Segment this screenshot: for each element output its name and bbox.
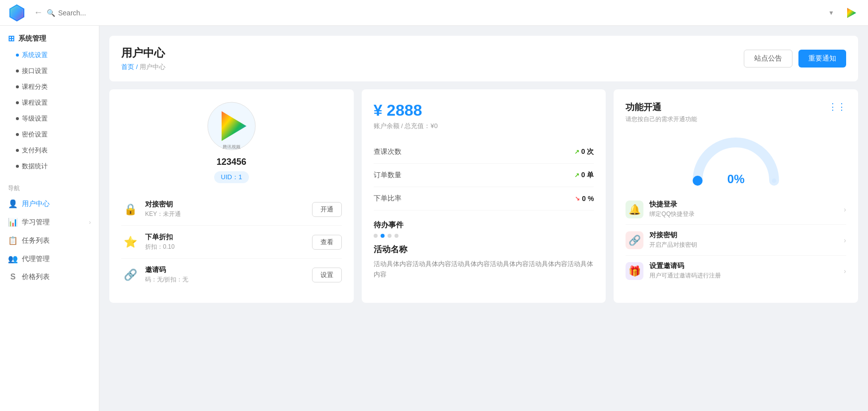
- sidebar-item-data-stats[interactable]: 数据统计: [0, 158, 99, 174]
- more-icon[interactable]: ⋮⋮: [828, 101, 846, 112]
- sidebar-item-level-settings[interactable]: 等级设置: [0, 111, 99, 127]
- quick-key-title: 对接密钥: [649, 231, 838, 240]
- search-input[interactable]: [58, 9, 158, 17]
- feature-title-connect-key: 对接密钥: [145, 200, 306, 209]
- profile-features: 🔒 对接密钥 KEY：未开通 开通 ⭐ 下单折扣 折扣：0.10: [121, 193, 342, 291]
- quick-links: 🔔 快捷登录 绑定QQ快捷登录 › 🔗 对接密钥 开启产品对接密钥: [626, 194, 846, 286]
- feature-desc-connect-key: KEY：未开通: [145, 210, 306, 218]
- quick-key-icon: 🔗: [626, 231, 643, 249]
- sidebar-item-course-category[interactable]: 课程分类: [0, 79, 99, 95]
- main-content: 用户中心 首页 / 用户中心 站点公告 重要通知: [99, 26, 868, 411]
- gauge-container: 0%: [626, 132, 846, 186]
- notice-button[interactable]: 重要通知: [798, 50, 846, 68]
- breadcrumb-sep: /: [136, 63, 140, 70]
- todo-title: 待办事件: [374, 220, 594, 230]
- dot-icon: [16, 165, 19, 168]
- sidebar-item-study-management[interactable]: 📊 学习管理 ›: [0, 213, 99, 231]
- sidebar-group-title-system: ⊞ 系统管理: [0, 30, 99, 47]
- balance-value: 2888: [387, 101, 422, 119]
- todo-dot-1: [374, 234, 378, 238]
- invite-code-button[interactable]: 设置: [312, 268, 342, 282]
- discount-button[interactable]: 查看: [312, 235, 342, 250]
- dot-icon: [16, 117, 19, 120]
- back-button[interactable]: ←: [34, 7, 43, 18]
- balance-amount: ¥ 2888: [374, 101, 594, 120]
- function-title: 功能开通: [626, 101, 846, 113]
- feature-title-invite: 邀请码: [145, 266, 306, 274]
- dropdown-icon[interactable]: ▼: [828, 9, 834, 16]
- sidebar-item-task-list[interactable]: 📋 任务列表: [0, 231, 99, 250]
- stat-value-rate: ↘ 0 %: [575, 195, 594, 203]
- sidebar-item-agent-management[interactable]: 👥 代理管理: [0, 250, 99, 268]
- quick-invite-icon: 🎁: [626, 262, 643, 280]
- price-icon: S: [8, 273, 18, 281]
- app-logo: [8, 4, 26, 22]
- dot-icon: [16, 54, 19, 57]
- sidebar-item-course-settings[interactable]: 课程设置: [0, 95, 99, 111]
- profile-username: 123456: [217, 157, 246, 167]
- connect-key-button[interactable]: 开通: [312, 202, 342, 217]
- feature-desc-discount: 折扣：0.10: [145, 243, 306, 251]
- profile-avatar: 腾讯视频: [207, 101, 256, 151]
- quick-login-icon: 🔔: [626, 201, 643, 218]
- feature-order-discount: ⭐ 下单折扣 折扣：0.10 查看: [121, 226, 342, 259]
- todo-dot-2: [381, 234, 385, 238]
- sidebar-item-user-center[interactable]: 👤 用户中心: [0, 195, 99, 213]
- feature-connect-key: 🔒 对接密钥 KEY：未开通 开通: [121, 193, 342, 226]
- chevron-right-icon-login: ›: [844, 206, 846, 213]
- stat-label-order: 订单数量: [374, 171, 401, 180]
- quick-link-login[interactable]: 🔔 快捷登录 绑定QQ快捷登录 ›: [626, 194, 846, 225]
- arrow-down-icon: ↘: [575, 195, 580, 202]
- quick-login-desc: 绑定QQ快捷登录: [649, 210, 838, 218]
- dot-icon: [16, 101, 19, 104]
- quick-link-invite[interactable]: 🎁 设置邀请码 用户可通过邀请码进行注册 ›: [626, 256, 846, 286]
- sidebar-item-interface-settings[interactable]: 接口设置: [0, 63, 99, 79]
- breadcrumb: 首页 / 用户中心: [121, 63, 165, 71]
- sidebar-item-price-settings[interactable]: 密价设置: [0, 127, 99, 142]
- arrow-up-icon-2: ↗: [574, 172, 579, 179]
- sidebar-group-nav: 导航 👤 用户中心 📊 学习管理 › 📋 任务列表 👥 代理管理 S 价格列表: [0, 180, 99, 286]
- share-icon: 🔗: [121, 266, 139, 284]
- function-subtitle: 请您按自己的需求开通功能: [626, 115, 846, 124]
- task-icon: 📋: [8, 236, 18, 245]
- topbar: ← 🔍 ▼: [0, 0, 868, 26]
- feature-invite-code: 🔗 邀请码 码：无/折扣：无 设置: [121, 259, 342, 291]
- feature-info-invite: 邀请码 码：无/折扣：无: [145, 266, 306, 284]
- feature-info-connect-key: 对接密钥 KEY：未开通: [145, 200, 306, 218]
- gauge-percent: 0%: [727, 172, 745, 186]
- todo-dot-3: [388, 234, 392, 238]
- sidebar-item-payment-list[interactable]: 支付列表: [0, 142, 99, 158]
- stat-label-rate: 下单比率: [374, 194, 401, 203]
- breadcrumb-home[interactable]: 首页: [121, 63, 134, 70]
- stat-row-view: 查课次数 ↗ 0 次: [374, 140, 594, 164]
- dot-icon: [16, 69, 19, 72]
- balance-symbol: ¥: [374, 101, 383, 119]
- dot-icon: [16, 149, 19, 152]
- tencent-video-logo: [840, 3, 860, 23]
- quick-key-desc: 开启产品对接密钥: [649, 241, 838, 249]
- agent-icon: 👥: [8, 254, 18, 264]
- stat-row-rate: 下单比率 ↘ 0 %: [374, 187, 594, 210]
- todo-section: 待办事件 活动名称 活动具体内容活动具体内容活动具体内容活动具体内容活动具体内容…: [374, 220, 594, 280]
- quick-invite-title: 设置邀请码: [649, 262, 838, 271]
- quick-link-key[interactable]: 🔗 对接密钥 开启产品对接密钥 ›: [626, 225, 846, 256]
- stats-card: ¥ 2888 账户余额 / 总充值：¥0 查课次数 ↗ 0 次 订单数量 ↗ 0…: [362, 89, 606, 303]
- svg-point-10: [772, 179, 777, 183]
- main-layout: ⊞ 系统管理 系统设置 接口设置 课程分类 课程设置 等级设置: [0, 26, 868, 411]
- announcement-button[interactable]: 站点公告: [744, 50, 792, 68]
- topbar-right: ▼: [828, 3, 860, 23]
- profile-uid: UID：1: [214, 171, 249, 183]
- sidebar-item-price-list[interactable]: S 价格列表: [0, 268, 99, 286]
- stat-value-view: ↗ 0 次: [574, 147, 594, 156]
- study-icon: 📊: [8, 217, 18, 227]
- sidebar-item-system-settings[interactable]: 系统设置: [0, 47, 99, 63]
- dot-icon: [16, 85, 19, 88]
- svg-point-9: [696, 179, 700, 183]
- system-icon: ⊞: [8, 34, 14, 43]
- breadcrumb-current: 用户中心: [140, 63, 165, 70]
- user-center-icon: 👤: [8, 199, 18, 208]
- quick-login-title: 快捷登录: [649, 200, 838, 209]
- stat-row-order: 订单数量 ↗ 0 单: [374, 164, 594, 187]
- dot-icon: [16, 133, 19, 136]
- quick-link-invite-info: 设置邀请码 用户可通过邀请码进行注册: [649, 262, 838, 280]
